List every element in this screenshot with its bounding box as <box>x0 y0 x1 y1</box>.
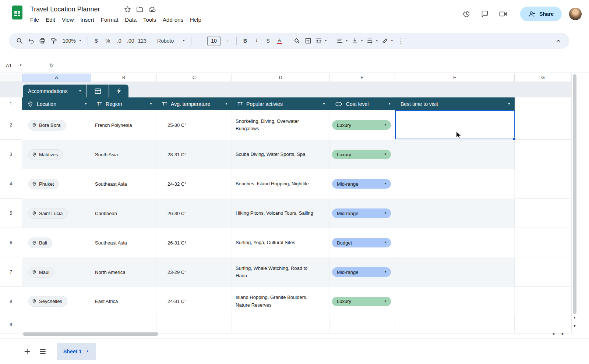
merge-cells-button[interactable]: ▼ <box>314 35 329 46</box>
sheets-logo[interactable] <box>10 5 24 20</box>
scroll-left-arrow[interactable]: ◄ <box>551 332 555 336</box>
location-chip[interactable]: Bora Bora <box>28 120 66 131</box>
location-chip[interactable]: Phuket <box>28 179 59 189</box>
increase-font-size-button[interactable]: + <box>222 35 233 46</box>
cell-region[interactable]: East Africa <box>91 287 156 316</box>
cell-activities[interactable]: Snorkeling, Diving, Overwater Bungalows <box>232 110 329 140</box>
cell-a9[interactable] <box>22 316 91 333</box>
cell-region[interactable]: North America <box>91 257 156 287</box>
column-header-c[interactable]: C <box>156 74 232 82</box>
column-header-b[interactable]: B <box>91 74 156 82</box>
row-header-9[interactable]: 9 <box>0 316 22 333</box>
row-header-1[interactable]: 1 <box>0 97 22 110</box>
row-header-3[interactable]: 3 <box>0 140 22 169</box>
cell-region[interactable]: French Polynesia <box>91 110 156 140</box>
strikethrough-button[interactable]: S <box>262 35 274 46</box>
location-chip[interactable]: Maui <box>28 267 54 278</box>
cell-c9[interactable] <box>156 316 232 333</box>
cell-best-time[interactable] <box>395 140 515 169</box>
comments-button[interactable] <box>477 7 492 21</box>
cell-activities[interactable]: Scuba Diving, Water Sports, Spa <box>232 140 329 169</box>
menu-add-ons[interactable]: Add-ons <box>159 15 187 24</box>
menu-format[interactable]: Format <box>98 15 122 24</box>
column-header-e[interactable]: E <box>329 74 395 82</box>
cell-location[interactable]: Phuket <box>22 169 91 199</box>
row-header-6[interactable]: 6 <box>0 228 22 257</box>
horizontal-align-button[interactable]: ▼ <box>335 35 350 46</box>
text-wrap-button[interactable]: ▼ <box>365 35 380 46</box>
edit-pen-button[interactable]: ▼ <box>380 35 395 46</box>
move-folder-icon[interactable] <box>136 6 143 13</box>
menu-view[interactable]: View <box>59 15 77 24</box>
table-name-menu[interactable]: Accommodations ▼ <box>23 85 87 97</box>
collapse-toolbar-button[interactable] <box>553 35 564 46</box>
menu-edit[interactable]: Edit <box>42 15 59 24</box>
bold-button[interactable]: B <box>240 35 251 46</box>
scroll-down-arrow[interactable]: ▼ <box>573 324 576 328</box>
cell-d9[interactable] <box>232 316 329 333</box>
column-header-g[interactable]: G <box>515 74 571 82</box>
table-quick-actions-button[interactable] <box>109 85 128 97</box>
cell-activities[interactable]: Surfing, Yoga, Cultural Sites <box>232 228 329 257</box>
text-color-button[interactable]: A <box>274 35 285 46</box>
cloud-saved-icon[interactable] <box>148 6 156 13</box>
cell-region[interactable]: South Asia <box>91 140 156 169</box>
cost-level-dropdown[interactable]: Budget▼ <box>332 238 391 247</box>
column-header-f[interactable]: F <box>395 74 515 82</box>
document-title[interactable]: Travel Location Planner <box>30 6 100 13</box>
cell-e9[interactable] <box>329 316 395 333</box>
cell-cost-level[interactable]: Budget▼ <box>329 228 395 257</box>
zoom-select[interactable]: 100%▼ <box>60 35 85 46</box>
cell-temperature[interactable]: 28-31 C° <box>156 140 232 169</box>
italic-button[interactable]: I <box>251 35 262 46</box>
avatar[interactable] <box>568 7 582 21</box>
location-chip[interactable]: Saint Lucia <box>28 208 68 219</box>
cell-location[interactable]: Maui <box>22 257 91 287</box>
cell-best-time[interactable] <box>395 257 515 287</box>
grid-corner[interactable] <box>0 74 22 82</box>
table-header-avg-temperature[interactable]: TT Avg. temperature ▼ <box>156 97 232 110</box>
cell-location[interactable]: Maldives <box>22 140 91 169</box>
cell-activities[interactable]: Surfing, Whale Watching, Road to Hana <box>232 257 329 287</box>
scroll-right-arrow[interactable]: ► <box>561 332 565 336</box>
cell-f9[interactable] <box>395 316 515 333</box>
cell-g7[interactable] <box>515 257 571 287</box>
name-box[interactable]: A1 ▼ <box>0 63 40 68</box>
print-button[interactable] <box>37 35 48 46</box>
cell-best-time[interactable] <box>395 287 515 316</box>
sheet-tab-active[interactable]: Sheet 1 ▼ <box>57 343 96 360</box>
location-chip[interactable]: Bali <box>28 238 52 248</box>
row-header-4[interactable]: 4 <box>0 169 22 199</box>
font-size-input[interactable]: 10 <box>207 36 221 46</box>
add-sheet-button[interactable] <box>21 345 34 358</box>
cell-region[interactable]: Southeast Asia <box>91 228 156 257</box>
borders-button[interactable] <box>303 35 314 46</box>
cell-g3[interactable] <box>515 140 571 169</box>
cell-cost-level[interactable]: Luxury▼ <box>329 287 395 316</box>
meet-button[interactable] <box>496 7 511 21</box>
cell-b9[interactable] <box>91 316 156 333</box>
star-icon[interactable] <box>124 6 131 13</box>
cell-cost-level[interactable]: Mid-range▼ <box>329 169 395 199</box>
cell-temperature[interactable]: 25-30 C° <box>156 110 232 140</box>
cell-best-time[interactable] <box>395 169 515 199</box>
search-menus-button[interactable] <box>14 35 25 46</box>
number-format-button[interactable]: 123 <box>137 35 148 46</box>
table-header-location[interactable]: Location ▼ <box>22 97 91 110</box>
table-header-region[interactable]: TT Region ▼ <box>91 97 156 110</box>
column-header-d[interactable]: D <box>232 74 329 82</box>
cell-g1[interactable] <box>515 97 571 110</box>
cell-activities[interactable]: Hiking Pitons, Volcano Tours, Sailing <box>232 199 329 228</box>
cell-region[interactable]: Caribbean <box>91 199 156 228</box>
more-options-button[interactable]: ⋮ <box>395 35 406 46</box>
cell-temperature[interactable]: 24-32 C° <box>156 169 232 199</box>
cell-best-time[interactable] <box>395 228 515 257</box>
cell-temperature[interactable]: 26-31 C° <box>156 228 232 257</box>
cost-level-dropdown[interactable]: Mid-range▼ <box>332 267 391 277</box>
cost-level-dropdown[interactable]: Mid-range▼ <box>332 208 391 218</box>
menu-insert[interactable]: Insert <box>77 15 98 24</box>
horizontal-scrollbar[interactable] <box>23 332 158 336</box>
cell-g2[interactable] <box>515 110 571 140</box>
font-select[interactable]: Roboto▼ <box>154 35 188 46</box>
cell-activities[interactable]: Beaches, Island Hopping, Nightlife <box>232 169 329 199</box>
